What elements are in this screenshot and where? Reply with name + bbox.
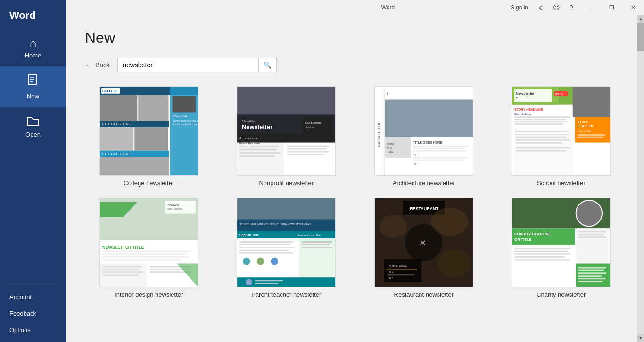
frown-icon-btn[interactable]: ☹	[549, 0, 564, 15]
template-thumb-parent-teacher[interactable]: SCHOOL NAME APPEARS HERE | THE PTA NEWSL…	[237, 198, 336, 287]
svg-rect-137	[302, 244, 330, 245]
svg-text:ARCHITECTURE: ARCHITECTURE	[377, 122, 380, 147]
svg-text:WELCOME: WELCOME	[173, 114, 188, 117]
template-label-nonprofit: Nonprofit newsletter	[259, 179, 314, 187]
svg-text:COMPANY: COMPANY	[167, 204, 179, 207]
template-thumb-charity[interactable]: CHARITY HEADLINE OR TITLE	[512, 198, 611, 287]
svg-rect-38	[239, 155, 274, 157]
sidebar-item-options[interactable]: Options	[0, 322, 66, 338]
template-item-school[interactable]: Newsletter Title [DATE] STORY HEADLINE S…	[497, 86, 626, 187]
svg-text:Pg. 2: Pg. 2	[388, 271, 394, 273]
sidebar-item-home-label: Home	[25, 52, 41, 59]
svg-rect-176	[578, 267, 606, 268]
signin-button[interactable]: Sign in	[505, 4, 534, 11]
svg-text:Story Subtitle: Story Subtitle	[578, 130, 592, 133]
svg-rect-169	[514, 256, 565, 258]
template-item-restaurant[interactable]: RESTAURANT ✕ IN THIS ISSUE Pg. 2 Pg. 4	[360, 198, 488, 298]
template-label-parent-teacher: Parent teacher newsletter	[251, 291, 321, 298]
svg-text:RESTAURANT: RESTAURANT	[410, 206, 438, 211]
svg-text:Section Title: Section Title	[239, 233, 259, 236]
svg-rect-21	[100, 157, 169, 175]
svg-rect-37	[239, 152, 281, 154]
sidebar-bottom: Account Feedback Options	[0, 289, 66, 342]
svg-rect-130	[239, 247, 295, 248]
svg-text:• Article one: • Article one	[305, 126, 315, 128]
svg-text:Pg. 4: Pg. 4	[388, 277, 394, 279]
svg-rect-181	[578, 281, 603, 282]
titlebar-controls: Sign in ☺ ☹ ? ─ ❐ ✕	[505, 0, 644, 15]
sidebar-item-new[interactable]: New	[0, 66, 66, 107]
svg-rect-79	[514, 123, 563, 125]
svg-rect-170	[514, 259, 570, 261]
svg-rect-14	[138, 95, 168, 121]
close-button[interactable]: ✕	[622, 0, 644, 15]
svg-text:Story Subtitle: Story Subtitle	[514, 113, 531, 115]
svg-text:Monthly: Monthly	[242, 119, 255, 123]
svg-rect-51	[385, 100, 473, 137]
template-thumb-architecture[interactable]: ARCHITECTURE I INSIDE THIS ISSUE	[374, 86, 473, 176]
svg-rect-43	[287, 154, 324, 155]
svg-text:TITLE GOES HERE: TITLE GOES HERE	[101, 122, 131, 126]
sidebar: Word ⌂ Home New Open	[0, 0, 66, 342]
sidebar-item-home[interactable]: ⌂ Home	[0, 30, 66, 66]
template-item-college[interactable]: COLLEGE WELCOME Lorem ipsum text here go…	[85, 86, 213, 187]
open-folder-icon	[26, 115, 40, 128]
svg-rect-106	[102, 253, 186, 255]
scroll-up-button[interactable]: ▲	[637, 15, 644, 23]
scroll-down-button[interactable]: ▼	[637, 334, 644, 342]
svg-point-157	[438, 250, 470, 277]
sidebar-item-open[interactable]: Open	[0, 107, 66, 146]
svg-text:for the newsletter content: for the newsletter content	[173, 123, 198, 126]
template-thumb-interior[interactable]: COMPANY DATE / EDITION NEWSLETTER TITLE	[99, 198, 198, 287]
svg-rect-141	[255, 280, 283, 281]
template-thumb-college[interactable]: COLLEGE WELCOME Lorem ipsum text here go…	[99, 86, 198, 176]
svg-text:ISSUE: ISSUE	[387, 151, 394, 153]
svg-text:STORY HEADLINE: STORY HEADLINE	[514, 108, 543, 111]
template-item-parent-teacher[interactable]: SCHOOL NAME APPEARS HERE | THE PTA NEWSL…	[223, 198, 351, 298]
template-item-architecture[interactable]: ARCHITECTURE I INSIDE THIS ISSUE	[360, 86, 488, 187]
svg-rect-172	[578, 231, 606, 232]
minimize-button[interactable]: ─	[579, 0, 601, 15]
svg-rect-42	[287, 151, 329, 153]
svg-rect-41	[287, 148, 327, 150]
search-input[interactable]	[117, 58, 259, 72]
svg-text:• Article two: • Article two	[305, 129, 315, 131]
template-item-interior[interactable]: COMPANY DATE / EDITION NEWSLETTER TITLE	[85, 198, 213, 298]
scrollbar[interactable]: ▲ ▼	[637, 15, 644, 342]
svg-rect-35	[239, 146, 279, 147]
svg-text:[DATE]: [DATE]	[555, 93, 563, 96]
search-button[interactable]: 🔍	[259, 58, 277, 72]
template-thumb-nonprofit[interactable]: Monthly Newsletter Issue Summary • Artic…	[237, 86, 336, 176]
svg-text:Pg. 2: Pg. 2	[413, 154, 419, 156]
svg-text:Newsletter: Newsletter	[516, 91, 535, 96]
svg-point-156	[431, 208, 468, 236]
titlebar-app-name: Word	[381, 4, 395, 11]
svg-rect-60	[413, 150, 467, 152]
svg-text:Lorem ipsum text here goes: Lorem ipsum text here goes	[173, 120, 198, 122]
back-arrow-icon: ←	[85, 61, 92, 69]
svg-point-161	[576, 200, 602, 226]
scroll-track[interactable]	[637, 23, 644, 334]
svg-point-133	[243, 258, 250, 265]
template-thumb-restaurant[interactable]: RESTAURANT ✕ IN THIS ISSUE Pg. 2 Pg. 4	[374, 198, 473, 287]
svg-text:Title: Title	[516, 97, 522, 100]
smiley-icon-btn[interactable]: ☺	[534, 0, 549, 15]
back-button[interactable]: ← Back	[85, 61, 110, 69]
template-item-nonprofit[interactable]: Monthly Newsletter Issue Summary • Artic…	[223, 86, 351, 187]
sidebar-item-new-label: New	[27, 93, 39, 100]
svg-text:INSIDE: INSIDE	[387, 143, 395, 146]
maximize-button[interactable]: ❐	[601, 0, 622, 15]
svg-rect-89	[516, 134, 570, 135]
template-thumb-school[interactable]: Newsletter Title [DATE] STORY HEADLINE S…	[512, 86, 611, 176]
search-icon: 🔍	[264, 61, 272, 69]
svg-rect-162	[512, 228, 575, 245]
scroll-thumb[interactable]	[637, 23, 644, 51]
svg-rect-91	[516, 139, 570, 141]
template-item-charity[interactable]: CHARITY HEADLINE OR TITLE	[497, 198, 626, 298]
svg-rect-87	[575, 143, 610, 175]
help-icon-btn[interactable]: ?	[564, 0, 579, 15]
sidebar-item-account[interactable]: Account	[0, 289, 66, 305]
svg-rect-105	[102, 251, 191, 252]
svg-rect-111	[102, 266, 142, 267]
sidebar-item-feedback[interactable]: Feedback	[0, 305, 66, 322]
